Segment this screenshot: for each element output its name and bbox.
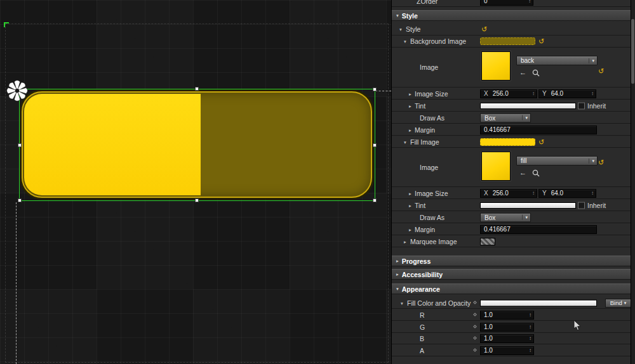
- spinner-icon[interactable]: ↕: [529, 312, 531, 318]
- category-accessibility-label: Accessibility: [402, 271, 443, 278]
- use-selected-asset-icon[interactable]: ←: [519, 69, 526, 76]
- spinner-icon[interactable]: ↕: [591, 91, 594, 96]
- dropdown-arrow-icon: ▾: [589, 159, 596, 164]
- designer-canvas[interactable]: [0, 0, 391, 364]
- marquee-image-label: Marquee Image: [410, 238, 457, 245]
- tint-color-swatch[interactable]: [480, 202, 576, 209]
- spinner-icon[interactable]: ↕: [591, 190, 594, 196]
- use-selected-asset-icon[interactable]: ←: [519, 169, 526, 176]
- reset-to-default-icon[interactable]: ↺: [598, 68, 604, 75]
- image-size-y-input[interactable]: Y 64.0 ↕: [538, 189, 596, 198]
- category-header-style[interactable]: ▾ Style: [392, 10, 631, 21]
- spinner-icon[interactable]: ↕: [529, 324, 531, 330]
- expander-icon[interactable]: ▾: [401, 300, 403, 306]
- fill-image-preview[interactable]: [480, 138, 535, 146]
- expander-icon[interactable]: ▸: [409, 127, 411, 133]
- row-image-size: ▸ Image Size X 256.0 ↕ Y 64.0 ↕: [392, 88, 631, 100]
- resize-handle-mid-right[interactable]: [373, 143, 377, 147]
- image-size-label: Image Size: [415, 190, 448, 197]
- spinner-icon[interactable]: ↕: [532, 91, 535, 96]
- image-thumbnail[interactable]: [481, 152, 511, 181]
- spinner-icon[interactable]: ↕: [529, 348, 531, 353]
- channel-a-input[interactable]: 1.0 ↕: [480, 346, 534, 355]
- resize-handle-bottom-left[interactable]: [18, 198, 22, 202]
- category-expanded-icon[interactable]: ▾: [396, 13, 399, 18]
- reset-to-default-icon[interactable]: ↺: [538, 38, 544, 45]
- expander-icon[interactable]: ▾: [404, 139, 406, 145]
- draw-as-label: Draw As: [420, 214, 444, 221]
- category-header-accessibility[interactable]: ▸ Accessibility: [392, 269, 631, 280]
- inherit-checkbox[interactable]: [578, 102, 585, 109]
- fill-color-label: Fill Color and Opacity: [407, 299, 471, 307]
- channel-label: B: [420, 335, 424, 342]
- expander-icon[interactable]: ▸: [404, 238, 406, 244]
- channel-g-input[interactable]: 1.0 ↕: [480, 323, 534, 332]
- expander-icon[interactable]: ▾: [399, 27, 402, 32]
- channel-label: A: [420, 347, 424, 354]
- tint-color-swatch[interactable]: [480, 103, 576, 109]
- channel-label: R: [420, 311, 425, 319]
- keyframe-icon[interactable]: [473, 313, 477, 316]
- channel-r-input[interactable]: 1.0 ↕: [480, 311, 534, 320]
- row-background-image: ▾ Background Image ↺: [392, 36, 631, 48]
- resize-handle-top-mid[interactable]: [195, 87, 199, 91]
- expander-icon[interactable]: ▸: [409, 226, 411, 232]
- margin-input[interactable]: 0.416667: [480, 225, 597, 234]
- resize-handle-mid-left[interactable]: [18, 143, 22, 147]
- resize-handle-top-right[interactable]: [373, 88, 377, 91]
- row-image-fill: Image fill ▾ ← ↺: [392, 148, 631, 187]
- resize-handle-bottom-right[interactable]: [373, 198, 377, 202]
- category-expanded-icon[interactable]: ▾: [396, 286, 399, 292]
- row-fill-color: ▾ Fill Color and Opacity Bind ▾: [392, 297, 631, 309]
- row-draw-as: Draw As Box ▾: [392, 212, 631, 223]
- image-size-y-input[interactable]: Y 64.0 ↕: [538, 89, 596, 98]
- fill-color-swatch[interactable]: [480, 299, 597, 306]
- scrollbar-thumb[interactable]: [631, 19, 634, 84]
- image-size-x-input[interactable]: X 256.0 ↕: [480, 189, 537, 198]
- background-image-label: Background Image: [410, 37, 466, 45]
- reset-to-default-icon[interactable]: ↺: [538, 138, 544, 145]
- image-asset-dropdown[interactable]: fill ▾: [516, 156, 598, 166]
- details-panel: ZOrder 0 ↕ ▾ Style ▾ Style ↺ ▾ Backgroun…: [391, 0, 635, 364]
- keyframe-icon[interactable]: [473, 301, 477, 304]
- expander-icon[interactable]: ▸: [409, 91, 411, 96]
- zorder-input[interactable]: 0 ↕: [480, 0, 533, 6]
- category-header-progress[interactable]: ▸ Progress: [392, 256, 631, 266]
- anchor-flower-icon[interactable]: [3, 77, 31, 105]
- channel-b-input[interactable]: 1.0 ↕: [480, 334, 534, 343]
- keyframe-icon[interactable]: [473, 348, 477, 352]
- keyframe-icon[interactable]: [473, 325, 477, 328]
- browse-to-asset-icon[interactable]: [532, 169, 540, 177]
- bind-button[interactable]: Bind ▾: [605, 299, 631, 308]
- category-header-appearance[interactable]: ▾ Appearance: [392, 283, 631, 294]
- draw-as-dropdown[interactable]: Box ▾: [480, 113, 531, 122]
- browse-to-asset-icon[interactable]: [532, 69, 540, 77]
- marquee-image-preview[interactable]: [480, 238, 495, 245]
- image-thumbnail[interactable]: [481, 51, 511, 81]
- image-size-x-input[interactable]: X 256.0 ↕: [480, 89, 537, 98]
- spinner-icon[interactable]: ↕: [529, 335, 531, 341]
- row-style-group: ▾ Style ↺: [392, 23, 631, 36]
- spinner-icon[interactable]: ↕: [528, 0, 531, 4]
- spinner-icon[interactable]: ↕: [532, 190, 535, 196]
- category-collapsed-icon[interactable]: ▸: [396, 271, 399, 277]
- reset-to-default-icon[interactable]: ↺: [598, 159, 604, 166]
- zorder-label: ZOrder: [417, 0, 438, 5]
- guide-line-horizontal: [375, 91, 391, 91]
- expander-icon[interactable]: ▸: [409, 202, 411, 208]
- scrollbar-track[interactable]: [631, 0, 635, 364]
- background-image-preview[interactable]: [480, 37, 535, 45]
- expander-icon[interactable]: ▸: [409, 103, 411, 108]
- image-asset-dropdown[interactable]: back ▾: [516, 56, 598, 65]
- expander-icon[interactable]: ▸: [409, 190, 411, 196]
- row-tint: ▸ Tint Inherit: [392, 100, 631, 112]
- reset-to-default-icon[interactable]: ↺: [481, 26, 487, 33]
- category-collapsed-icon[interactable]: ▸: [396, 258, 399, 264]
- resize-handle-bottom-mid[interactable]: [195, 198, 199, 202]
- row-marquee-image: ▸ Marquee Image: [392, 236, 631, 247]
- margin-input[interactable]: 0.416667: [480, 126, 597, 134]
- inherit-checkbox[interactable]: [578, 202, 585, 209]
- expander-icon[interactable]: ▾: [404, 39, 406, 44]
- keyframe-icon[interactable]: [473, 336, 477, 340]
- draw-as-dropdown[interactable]: Box ▾: [480, 212, 531, 222]
